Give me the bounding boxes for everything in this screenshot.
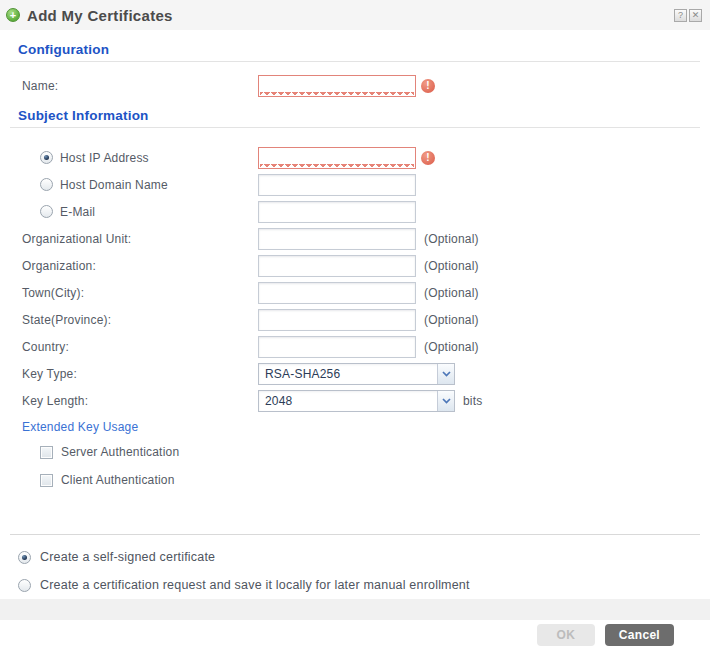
optional-note: (Optional) — [424, 232, 479, 246]
email-radio[interactable] — [40, 205, 53, 218]
organization-row: Organization: (Optional) — [10, 252, 700, 279]
self-signed-option-row: Create a self-signed certificate — [10, 543, 700, 571]
country-row: Country: (Optional) — [10, 333, 700, 360]
key-length-select[interactable]: 2048 — [258, 390, 455, 412]
state-province-row: State(Province): (Optional) — [10, 306, 700, 333]
host-ip-row: Host IP Address ! — [10, 144, 700, 171]
name-label: Name: — [10, 79, 258, 93]
subject-information-section-title: Subject Information — [10, 99, 700, 128]
extended-key-usage-heading: Extended Key Usage — [10, 414, 700, 436]
organizational-unit-input[interactable] — [258, 228, 416, 250]
country-label: Country: — [10, 340, 258, 354]
state-province-input[interactable] — [258, 309, 416, 331]
certification-request-option-row: Create a certification request and save … — [10, 571, 700, 599]
server-auth-checkbox[interactable] — [40, 446, 53, 459]
subject-fields-group: Host IP Address ! Host Domain Name — [10, 144, 700, 414]
key-type-row: Key Type: RSA-SHA256 — [10, 360, 700, 387]
optional-note: (Optional) — [424, 286, 479, 300]
host-domain-input[interactable] — [258, 174, 416, 196]
key-length-label: Key Length: — [10, 394, 258, 408]
server-auth-label: Server Authentication — [61, 445, 179, 459]
cancel-button[interactable]: Cancel — [605, 624, 674, 646]
optional-note: (Optional) — [424, 340, 479, 354]
state-province-label: State(Province): — [10, 313, 258, 327]
dialog-footer: OK Cancel — [0, 620, 710, 655]
section-divider — [10, 534, 700, 535]
configuration-section-title: Configuration — [10, 30, 700, 62]
ok-button[interactable]: OK — [537, 624, 595, 646]
dialog-body: Configuration Name: ! Subject Informatio… — [0, 30, 710, 620]
client-auth-row: Client Authentication — [10, 466, 700, 494]
client-auth-label: Client Authentication — [61, 473, 175, 487]
footer-separator-band — [0, 599, 710, 620]
optional-note: (Optional) — [424, 259, 479, 273]
organizational-unit-label: Organizational Unit: — [10, 232, 258, 246]
name-row: Name: ! — [10, 72, 700, 99]
chevron-down-icon[interactable] — [437, 391, 454, 411]
self-signed-label: Create a self-signed certificate — [40, 550, 215, 564]
key-length-row: Key Length: 2048 bits — [10, 387, 700, 414]
name-input-wrapper — [258, 75, 416, 97]
name-input[interactable] — [259, 76, 415, 96]
key-type-select[interactable]: RSA-SHA256 — [258, 363, 455, 385]
town-city-input[interactable] — [258, 282, 416, 304]
email-label: E-Mail — [60, 205, 95, 219]
optional-note: (Optional) — [424, 313, 479, 327]
host-domain-row: Host Domain Name — [10, 171, 700, 198]
host-ip-label: Host IP Address — [60, 151, 149, 165]
certification-request-radio[interactable] — [18, 579, 31, 592]
error-icon: ! — [421, 151, 435, 165]
host-domain-label: Host Domain Name — [60, 178, 168, 192]
bits-unit-label: bits — [463, 394, 482, 408]
close-icon[interactable]: ✕ — [689, 9, 702, 22]
host-ip-input-wrapper — [258, 147, 416, 169]
organization-input[interactable] — [258, 255, 416, 277]
error-icon: ! — [421, 79, 435, 93]
help-icon[interactable]: ? — [674, 9, 687, 22]
host-ip-radio[interactable] — [40, 151, 53, 164]
host-ip-input[interactable] — [259, 148, 415, 168]
town-city-row: Town(City): (Optional) — [10, 279, 700, 306]
enrollment-options-group: Create a self-signed certificate Create … — [10, 543, 700, 599]
client-auth-checkbox[interactable] — [40, 474, 53, 487]
add-icon: + — [6, 8, 20, 22]
country-input[interactable] — [258, 336, 416, 358]
chevron-down-icon[interactable] — [437, 364, 454, 384]
self-signed-radio[interactable] — [18, 551, 31, 564]
organizational-unit-row: Organizational Unit: (Optional) — [10, 225, 700, 252]
add-my-certificates-dialog: + Add My Certificates ? ✕ Configuration … — [0, 0, 710, 655]
email-input[interactable] — [258, 201, 416, 223]
organization-label: Organization: — [10, 259, 258, 273]
key-type-value: RSA-SHA256 — [259, 367, 437, 381]
key-type-label: Key Type: — [10, 367, 258, 381]
server-auth-row: Server Authentication — [10, 438, 700, 466]
email-row: E-Mail — [10, 198, 700, 225]
dialog-titlebar: + Add My Certificates ? ✕ — [0, 0, 710, 30]
certification-request-label: Create a certification request and save … — [40, 578, 470, 592]
host-domain-radio[interactable] — [40, 178, 53, 191]
dialog-title: Add My Certificates — [27, 7, 173, 24]
key-length-value: 2048 — [259, 394, 437, 408]
town-city-label: Town(City): — [10, 286, 258, 300]
